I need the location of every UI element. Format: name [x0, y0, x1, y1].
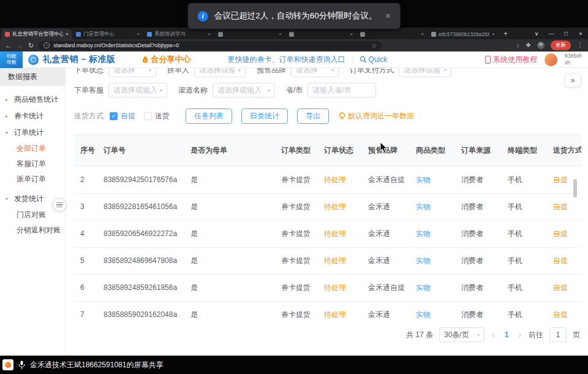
checkbox-label: 送货 [155, 111, 170, 121]
task-list-button[interactable]: 任务列表 [186, 109, 232, 124]
page-size-select[interactable]: 30条/页 ▾ [439, 327, 484, 342]
export-button[interactable]: 导出 [297, 109, 329, 124]
cell-goods-type-link[interactable]: 实物 [410, 193, 455, 220]
new-tab-button[interactable]: + [503, 29, 508, 38]
cell-terminal-type: 手机 [502, 193, 547, 220]
downloads-icon[interactable]: ↓ [516, 42, 519, 48]
checkbox-delivery[interactable]: 送货 [144, 111, 170, 121]
cell-terminal-type: 手机 [502, 274, 547, 301]
current-page[interactable]: 1 [502, 330, 511, 339]
browser-tab[interactable]: e8c573980b1328a258fd2e6l × [428, 29, 499, 39]
tab-close-icon[interactable]: × [492, 31, 495, 37]
extensions-icon[interactable]: ❖ [526, 42, 531, 48]
info-icon: i [198, 11, 208, 21]
cell-delivery: 自提 [547, 247, 581, 274]
table-row[interactable]: 3 83859228165461056a 是 券卡提货 待处理 金禾通 实物 消… [74, 193, 581, 220]
cell-goods-type-link[interactable]: 实物 [410, 247, 455, 274]
pay-method-select[interactable]: 请选择或输入 ▾ [399, 68, 451, 77]
cell-goods-type-link[interactable]: 实物 [410, 301, 455, 319]
tab-close-icon[interactable]: × [137, 31, 140, 37]
next-page-icon[interactable]: › [517, 330, 522, 340]
tab-search-icon[interactable]: ∨ [529, 31, 544, 37]
browser-update-button[interactable]: 更新 [551, 40, 571, 50]
cell-is-mother: 是 [184, 220, 275, 247]
table-row[interactable]: 6 83858924859261856a 是 券卡提货 待处理 金禾通自提 实物… [74, 274, 581, 301]
browser-tab[interactable]: × [214, 29, 285, 39]
sidebar-item-rebate-reconciliation[interactable]: 分销返利对账 [0, 223, 65, 238]
prev-page-icon[interactable]: ‹ [491, 330, 496, 340]
sidebar-item-all-orders[interactable]: 全部订单 [0, 141, 65, 156]
group-buyer-select[interactable]: 请选择或输入 ▾ [194, 68, 246, 77]
sidebar-item-service-orders[interactable]: 客服订单 [0, 156, 65, 172]
forward-icon[interactable]: → [17, 42, 23, 49]
cell-delivery: 自提 [547, 193, 581, 220]
tab-close-icon[interactable]: × [350, 31, 353, 37]
checkbox-checked-icon[interactable]: ✓ [110, 112, 118, 120]
channel-name-select[interactable]: 请选择或输入 ▾ [213, 83, 275, 97]
cell-order-status: 待处理 [318, 220, 362, 247]
menu-icon [56, 204, 62, 205]
order-status-select[interactable]: 请选择 ▾ [108, 68, 156, 77]
tab-favicon [431, 32, 436, 37]
filter-row-3: 送货方式 ✓ 自提 送货 任务列表 归类统计 [74, 108, 588, 124]
sidebar-menu: ▸ 商品销售统计 ▸ 券卡统计 ▾ 订单统计 全部订单 客服订单 派单订单 [0, 86, 65, 238]
close-icon[interactable]: × [573, 31, 588, 37]
browser-tab[interactable]: 门店管理中心 × [72, 29, 143, 39]
sidebar-item-label: 券卡统计 [14, 111, 43, 121]
cell-delivery: 自提 [547, 301, 581, 319]
sidebar-item-card-stats[interactable]: ▸ 券卡统计 [0, 108, 65, 124]
browser-menu-icon[interactable]: ⋮ [577, 42, 583, 48]
sidebar-item-product-sales[interactable]: ▸ 商品销售统计 [0, 91, 65, 108]
profile-icon[interactable] [537, 42, 545, 49]
table-row[interactable]: 4 83859206546922272a 是 券卡提货 待处理 金禾通 实物 消… [74, 220, 581, 247]
chevron-down-icon: ▾ [238, 68, 241, 73]
toast-close-icon[interactable]: × [385, 11, 390, 21]
user-name-block[interactable]: 8385xh xh [565, 53, 582, 66]
table-row[interactable]: 5 83858924869647808a 是 券卡提货 待处理 金禾通 实物 消… [74, 247, 581, 274]
sidebar-item-order-stats[interactable]: ▾ 订单统计 [0, 124, 65, 141]
maximize-icon[interactable]: □ [559, 31, 573, 37]
cell-presale-brand: 金禾通自提 [362, 274, 410, 301]
url-bar[interactable]: i standard.maboy.cn/OrderStatisticsDetai… [39, 41, 382, 50]
tab-close-icon[interactable]: × [279, 31, 282, 37]
nav-toggle-button[interactable]: 功能 导航 [0, 52, 23, 68]
sidebar: 数据报表 ▸ 商品销售统计 ▸ 券卡统计 ▾ 订单统计 全部订单 [0, 68, 66, 356]
cell-goods-type-link[interactable]: 实物 [410, 220, 455, 247]
table-row[interactable]: 7 83858859029162048a 是 券卡提货 待处理 金禾通 实物 消… [74, 301, 581, 319]
province-city-input[interactable]: 请输入省/市 [307, 83, 376, 97]
share-center-link[interactable]: 合分享中心 [141, 54, 191, 65]
reload-icon[interactable]: ↻ [28, 42, 34, 49]
browser-tab[interactable]: 系统培训学习 × [143, 29, 214, 39]
table-scrollbar[interactable] [573, 179, 577, 197]
presale-brand-select[interactable]: 请选择 ▾ [291, 68, 339, 77]
cell-order-no: 83859228165461056a [97, 193, 184, 220]
cell-order-status: 待处理 [318, 247, 362, 274]
cell-goods-type-link[interactable]: 实物 [410, 274, 455, 301]
user-avatar[interactable] [545, 53, 557, 66]
tab-close-icon[interactable]: × [421, 31, 424, 37]
sidebar-collapse-button[interactable] [53, 198, 66, 212]
table-row[interactable]: 2 83859294250176576a 是 券卡提货 待处理 金禾通自提 实物… [74, 166, 581, 193]
expand-filters-button[interactable]: » [565, 74, 581, 87]
category-stats-button[interactable]: 归类统计 [241, 109, 288, 124]
sidebar-item-dispatch-orders[interactable]: 派单订单 [0, 172, 65, 187]
browser-tab-active[interactable]: 礼盒营销平台管理中心 × [1, 29, 72, 39]
tutorial-link[interactable]: 系统使用教程 [485, 55, 537, 65]
browser-tab[interactable]: × [356, 29, 428, 39]
tab-close-icon[interactable]: × [66, 31, 69, 37]
bookmark-star-icon[interactable]: ☆ [371, 42, 377, 49]
goto-label: 前往 [529, 330, 543, 340]
cell-goods-type-link[interactable]: 实物 [410, 166, 455, 193]
cell-presale-brand: 金禾通 [362, 220, 410, 247]
browser-tab[interactable]: × [285, 29, 356, 39]
meeting-app-icon[interactable] [2, 359, 13, 370]
checkbox-self-pickup[interactable]: ✓ 自提 [110, 111, 135, 121]
site-info-icon[interactable]: i [43, 42, 50, 48]
minimize-icon[interactable]: — [544, 31, 559, 37]
back-icon[interactable]: ← [5, 42, 12, 49]
checkbox-unchecked-icon[interactable] [144, 112, 152, 120]
goto-page-input[interactable] [549, 327, 567, 342]
order-service-select[interactable]: 请选择或输入 ▾ [108, 83, 167, 97]
quick-search-link[interactable]: Quick [360, 55, 388, 64]
tab-close-icon[interactable]: × [208, 31, 211, 37]
